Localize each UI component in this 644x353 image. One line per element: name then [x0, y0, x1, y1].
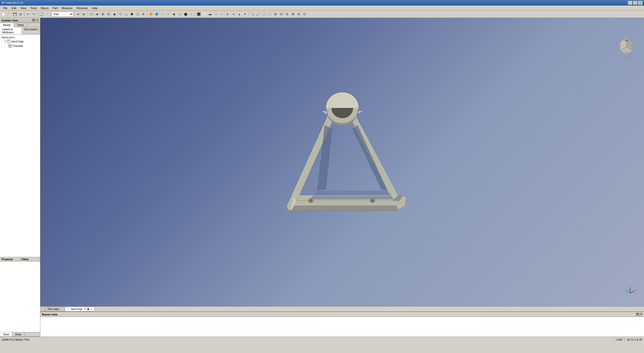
- menu-view[interactable]: View: [18, 6, 28, 10]
- menu-part[interactable]: Part: [51, 6, 60, 10]
- menu-macro[interactable]: Macro: [39, 6, 51, 10]
- tb-icon-17[interactable]: ⬤: [183, 11, 188, 17]
- report-view: Report view 🗗 ✕: [40, 311, 644, 337]
- tb-icon-21[interactable]: ▬: [207, 11, 213, 17]
- tree-chamfer-item[interactable]: Chamfer: [1, 44, 39, 48]
- menu-edit[interactable]: Edit: [10, 6, 18, 10]
- tree-area: Application ▼ spool legs Chamfer: [0, 35, 40, 257]
- report-float-button[interactable]: 🗗: [636, 313, 639, 316]
- chamfer-icon: [8, 44, 12, 48]
- print-button[interactable]: 🖨: [18, 11, 23, 17]
- status-hint: (Shift+F1) What's This: [2, 338, 612, 341]
- tab-spool-legs[interactable]: 📄 spool legs : 1 ✕: [65, 307, 95, 311]
- tb-view-10[interactable]: ⊙: [302, 11, 307, 17]
- tab-description[interactable]: Description: [22, 27, 40, 34]
- menu-windows[interactable]: Windows: [75, 6, 90, 10]
- tab-start-page[interactable]: 🏠 Start page ✕: [41, 307, 64, 311]
- tb-view-3[interactable]: ⛶: [261, 11, 267, 17]
- tb-icon-14[interactable]: 🔹: [165, 11, 171, 17]
- tb-icon-24[interactable]: ▸: [225, 11, 230, 17]
- tb-icon-12[interactable]: 🔷: [154, 11, 159, 17]
- workbench-selector[interactable]: Part Part Design Sketcher: [51, 12, 74, 17]
- property-tabs: Labels & Attributes Description: [0, 27, 40, 35]
- maximize-button[interactable]: □: [633, 1, 637, 5]
- nav-rotate-cw[interactable]: ↻: [627, 56, 629, 58]
- open-button[interactable]: 📂: [6, 11, 12, 17]
- refresh-button[interactable]: 🔄: [38, 11, 44, 17]
- combo-close-button[interactable]: ✕: [36, 19, 39, 22]
- tab-data[interactable]: Data: [12, 332, 24, 336]
- start-page-label: Start page: [47, 308, 59, 310]
- tb-icon-8[interactable]: ⬟: [129, 11, 135, 17]
- tb-icon-13[interactable]: 🔸: [160, 11, 165, 17]
- menu-tools[interactable]: Tools: [28, 6, 39, 10]
- chamfer-item-label: Chamfer: [13, 44, 23, 47]
- start-page-close[interactable]: ✕: [60, 308, 62, 310]
- new-button[interactable]: 📄: [1, 11, 6, 17]
- property-column-headers: Property Value: [0, 257, 40, 261]
- tb-icon-9[interactable]: ⬠: [135, 11, 140, 17]
- menu-measure[interactable]: Measure: [60, 6, 75, 10]
- tb-view-4[interactable]: ⛶: [267, 11, 272, 17]
- svg-line-28: [355, 115, 398, 196]
- tb-icon-26[interactable]: ▴: [236, 11, 242, 17]
- report-close-button[interactable]: ✕: [639, 313, 642, 316]
- tb-view-7[interactable]: ⊟: [284, 11, 290, 17]
- tb-icon-22[interactable]: ▪: [213, 11, 219, 17]
- tab-tasks[interactable]: Tasks: [14, 23, 27, 27]
- tb-icon-11[interactable]: 🔶: [148, 11, 154, 17]
- tab-model[interactable]: Model: [0, 23, 14, 27]
- stop-button[interactable]: ●: [75, 11, 81, 17]
- menu-bar: File Edit View Tools Macro Part Measure …: [0, 6, 644, 11]
- svg-line-31: [351, 120, 393, 201]
- tb-icon-15[interactable]: ◆: [171, 11, 177, 17]
- nav-cube-svg[interactable]: Top: [615, 33, 638, 56]
- tree-root-item[interactable]: ▼ spool legs: [1, 39, 39, 44]
- svg-marker-40: [616, 43, 619, 46]
- tb-icon-10[interactable]: ⊕: [141, 11, 146, 17]
- minimize-button[interactable]: ─: [628, 1, 632, 5]
- save-button[interactable]: 💾: [12, 11, 18, 17]
- status-bar: (Shift+F1) What's This CAD 19.71 x 8.76: [0, 337, 644, 342]
- tb-view-2[interactable]: 🔎: [255, 11, 261, 17]
- tab-view[interactable]: View: [0, 332, 12, 336]
- nav-rotate-ccw[interactable]: ↺: [624, 56, 626, 58]
- nav-cube[interactable]: Top ↺ ↻: [614, 33, 639, 66]
- status-right: CAD 19.71 x 8.76: [614, 338, 642, 341]
- tb-view-1[interactable]: 🔍: [250, 11, 255, 17]
- combo-float-button[interactable]: 🗗: [32, 19, 35, 22]
- tb-icon-19[interactable]: ⬛: [196, 11, 201, 17]
- report-header-controls: 🗗 ✕: [636, 313, 642, 316]
- macro-button[interactable]: ⚡: [44, 11, 50, 17]
- menu-file[interactable]: File: [1, 6, 10, 10]
- tb-icon-4[interactable]: ⊟: [106, 11, 111, 17]
- tb-icon-27[interactable]: ▾: [242, 11, 248, 17]
- tb-icon-16[interactable]: ◇: [177, 11, 182, 17]
- spool-legs-close[interactable]: ✕: [90, 308, 92, 310]
- tb-view-5[interactable]: ⊞: [273, 11, 278, 17]
- combo-view-title: Combo View: [2, 19, 18, 22]
- tb-icon-23[interactable]: ▫: [219, 11, 225, 17]
- undo-button[interactable]: ↩: [25, 11, 31, 17]
- tb-view-8[interactable]: ⊠: [290, 11, 296, 17]
- tb-icon-1[interactable]: ⬡: [88, 11, 94, 17]
- play-button[interactable]: ▶: [81, 11, 87, 17]
- tb-icon-25[interactable]: ◂: [231, 11, 236, 17]
- tb-icon-7[interactable]: △: [123, 11, 129, 17]
- spool-legs-label: spool legs : 1: [71, 308, 86, 310]
- 3d-viewport[interactable]: Top ↺ ↻: [40, 18, 644, 306]
- redo-button[interactable]: ↪: [31, 11, 37, 17]
- tb-icon-5[interactable]: ◉: [112, 11, 117, 17]
- tb-icon-3[interactable]: ⊞: [100, 11, 106, 17]
- svg-text:X: X: [635, 289, 636, 291]
- tb-icon-20[interactable]: ⬜: [202, 11, 207, 17]
- close-button[interactable]: ✕: [638, 1, 642, 5]
- tab-labels-attributes[interactable]: Labels & Attributes: [0, 27, 22, 34]
- tb-view-6[interactable]: ⊡: [279, 11, 284, 17]
- menu-help[interactable]: Help: [90, 6, 100, 10]
- tb-icon-2[interactable]: ◈: [94, 11, 100, 17]
- tb-icon-6[interactable]: ▽: [117, 11, 123, 17]
- tb-icon-18[interactable]: ○: [189, 11, 194, 17]
- tb-view-9[interactable]: ⊗: [296, 11, 301, 17]
- nav-cube-controls: ↺ ↻: [624, 56, 629, 58]
